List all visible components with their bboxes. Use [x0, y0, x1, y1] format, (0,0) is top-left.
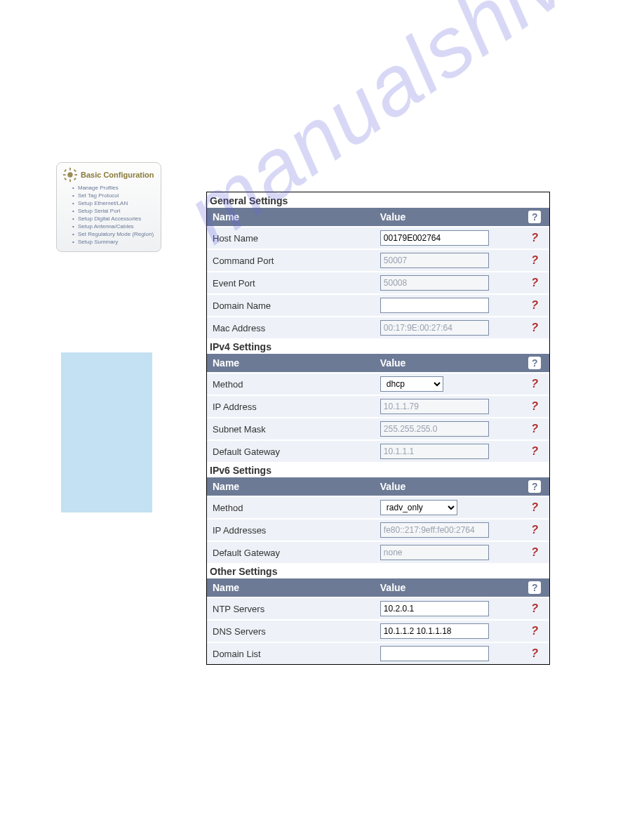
help-icon[interactable]: ? [531, 299, 538, 311]
input-command-port [380, 253, 489, 268]
help-icon[interactable]: ? [531, 400, 538, 412]
label-ntp-servers: NTP Servers [207, 597, 375, 620]
label-ipv4-subnet-mask: Subnet Mask [207, 418, 375, 440]
decorative-block [61, 352, 152, 512]
svg-rect-6 [74, 178, 76, 180]
label-ipv6-method: Method [207, 496, 375, 519]
sidebar-title: Basic Configuration [81, 171, 154, 179]
input-ipv6-default-gateway [380, 545, 489, 560]
input-ipv4-subnet-mask [380, 421, 489, 437]
label-host-name: Host Name [207, 227, 375, 249]
sidebar-item-setup-summary[interactable]: Setup Summary [78, 238, 155, 246]
col-header-help: ? [520, 578, 549, 597]
input-domain-name[interactable] [380, 298, 489, 313]
help-icon[interactable]: ? [531, 445, 538, 457]
general-settings-table: Name Value ? Host Name ? Command Port ? … [207, 208, 549, 338]
sidebar-item-set-regulatory-mode[interactable]: Set Regulatory Mode (Region) [78, 230, 155, 238]
input-ipv4-ip-address [380, 399, 489, 414]
label-ipv4-ip-address: IP Address [207, 395, 375, 418]
help-header-icon: ? [528, 357, 541, 369]
col-header-value: Value [375, 477, 521, 496]
svg-rect-8 [64, 178, 67, 180]
label-ipv6-ip-addresses: IP Addresses [207, 519, 375, 541]
settings-panel: General Settings Name Value ? Host Name … [206, 192, 550, 665]
help-icon[interactable]: ? [531, 524, 538, 536]
col-header-name: Name [207, 477, 375, 496]
help-icon[interactable]: ? [531, 254, 538, 266]
label-ipv6-default-gateway: Default Gateway [207, 541, 375, 563]
label-mac-address: Mac Address [207, 317, 375, 338]
sidebar-item-setup-ethernet-lan[interactable]: Setup Ethernet/LAN [78, 199, 155, 207]
sidebar-item-setup-digital-accessories[interactable]: Setup Digital Accessories [78, 215, 155, 223]
col-header-name: Name [207, 578, 375, 597]
help-header-icon: ? [528, 211, 541, 223]
ipv4-settings-table: Name Value ? Method dhcp ? IP Address ? … [207, 354, 549, 462]
label-ipv4-method: Method [207, 373, 375, 395]
col-header-name: Name [207, 354, 375, 373]
help-header-icon: ? [528, 480, 541, 493]
help-header-icon: ? [528, 581, 541, 594]
gear-icon [62, 167, 78, 183]
help-icon[interactable]: ? [531, 277, 538, 289]
input-ipv6-ip-addresses [380, 522, 489, 538]
label-domain-list: Domain List [207, 642, 375, 664]
input-dns-servers[interactable] [380, 623, 489, 639]
col-header-help: ? [520, 354, 549, 373]
label-event-port: Event Port [207, 272, 375, 294]
input-ntp-servers[interactable] [380, 601, 489, 616]
input-host-name[interactable] [380, 230, 489, 246]
help-icon[interactable]: ? [531, 423, 538, 435]
section-title-ipv6: IPv6 Settings [207, 462, 549, 477]
col-header-value: Value [375, 354, 521, 373]
section-title-other: Other Settings [207, 563, 549, 578]
svg-rect-5 [64, 169, 67, 172]
label-ipv4-default-gateway: Default Gateway [207, 440, 375, 462]
label-domain-name: Domain Name [207, 294, 375, 317]
sidebar-item-setup-antenna-cables[interactable]: Setup Antenna/Cables [78, 223, 155, 230]
sidebar-item-manage-profiles[interactable]: Manage Profiles [78, 184, 155, 192]
svg-point-0 [67, 172, 72, 177]
help-icon[interactable]: ? [531, 322, 538, 333]
help-icon[interactable]: ? [531, 501, 538, 513]
col-header-help: ? [520, 477, 549, 496]
svg-rect-7 [74, 169, 76, 172]
input-ipv4-default-gateway [380, 444, 489, 459]
label-command-port: Command Port [207, 249, 375, 272]
help-icon[interactable]: ? [531, 378, 538, 390]
col-header-name: Name [207, 208, 375, 227]
col-header-help: ? [520, 208, 549, 227]
select-ipv4-method[interactable]: dhcp [380, 376, 443, 392]
ipv6-settings-table: Name Value ? Method radv_only ? IP Addre… [207, 477, 549, 563]
section-title-general: General Settings [207, 192, 549, 208]
col-header-value: Value [375, 578, 521, 597]
section-title-ipv4: IPv4 Settings [207, 338, 549, 354]
svg-rect-1 [69, 168, 71, 171]
input-mac-address [380, 320, 489, 336]
other-settings-table: Name Value ? NTP Servers ? DNS Servers ?… [207, 578, 549, 664]
help-icon[interactable]: ? [531, 546, 538, 558]
col-header-value: Value [375, 208, 521, 227]
sidebar-item-setup-serial-port[interactable]: Setup Serial Port [78, 207, 155, 215]
help-icon[interactable]: ? [531, 647, 538, 659]
svg-rect-3 [63, 174, 66, 176]
sidebar-item-set-tag-protocol[interactable]: Set Tag Protocol [78, 192, 155, 199]
help-icon[interactable]: ? [531, 602, 538, 614]
select-ipv6-method[interactable]: radv_only [380, 500, 457, 515]
svg-rect-2 [69, 179, 71, 182]
label-dns-servers: DNS Servers [207, 620, 375, 642]
svg-rect-4 [74, 174, 77, 176]
input-domain-list[interactable] [380, 646, 489, 661]
input-event-port [380, 275, 489, 291]
sidebar-basic-configuration: Basic Configuration Manage Profiles Set … [56, 162, 161, 252]
help-icon[interactable]: ? [531, 625, 538, 637]
help-icon[interactable]: ? [531, 232, 538, 244]
